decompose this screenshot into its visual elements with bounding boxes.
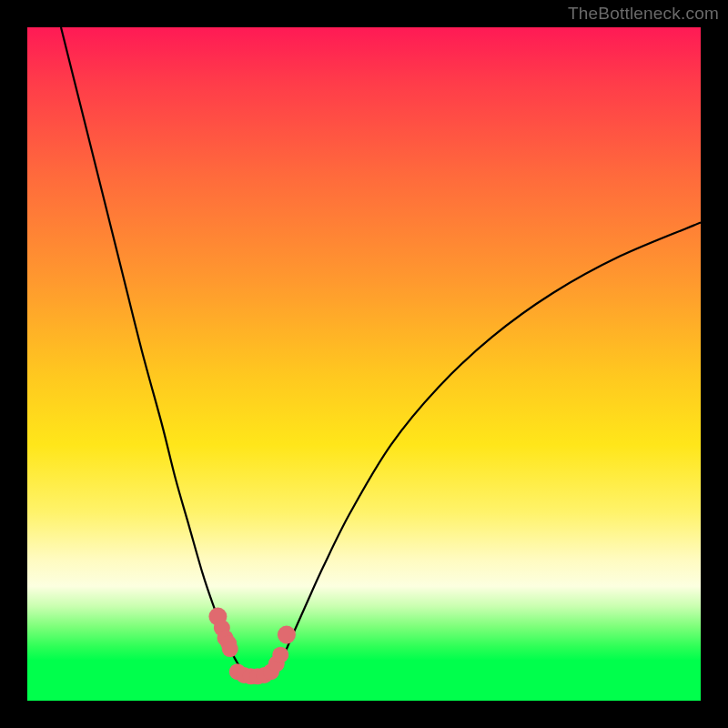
plot-area: [27, 27, 701, 701]
left-curve: [61, 27, 249, 675]
watermark-text: TheBottleneck.com: [568, 4, 719, 24]
chart-svg: [27, 27, 701, 701]
data-point: [272, 647, 288, 663]
outer-frame: TheBottleneck.com: [0, 0, 728, 728]
data-point: [278, 625, 296, 643]
data-markers: [208, 608, 295, 685]
data-point: [222, 641, 238, 657]
right-curve: [273, 223, 701, 675]
